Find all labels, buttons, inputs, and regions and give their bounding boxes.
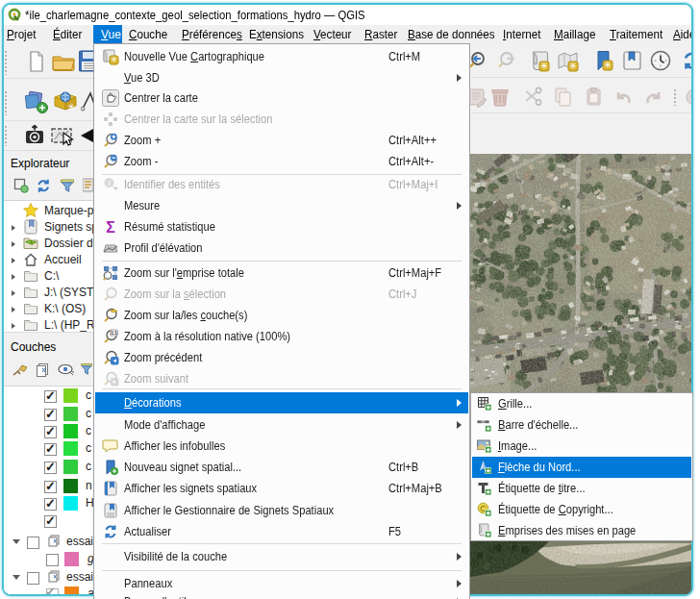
svg-text:✳: ✳ xyxy=(67,102,75,112)
svg-text:✳: ✳ xyxy=(569,61,577,71)
svg-text:1:1: 1:1 xyxy=(111,330,117,336)
svg-text:✳: ✳ xyxy=(540,61,548,71)
svg-text:Σ: Σ xyxy=(106,219,115,236)
svg-text:✳: ✳ xyxy=(604,60,612,70)
svg-text:✳: ✳ xyxy=(111,55,118,64)
